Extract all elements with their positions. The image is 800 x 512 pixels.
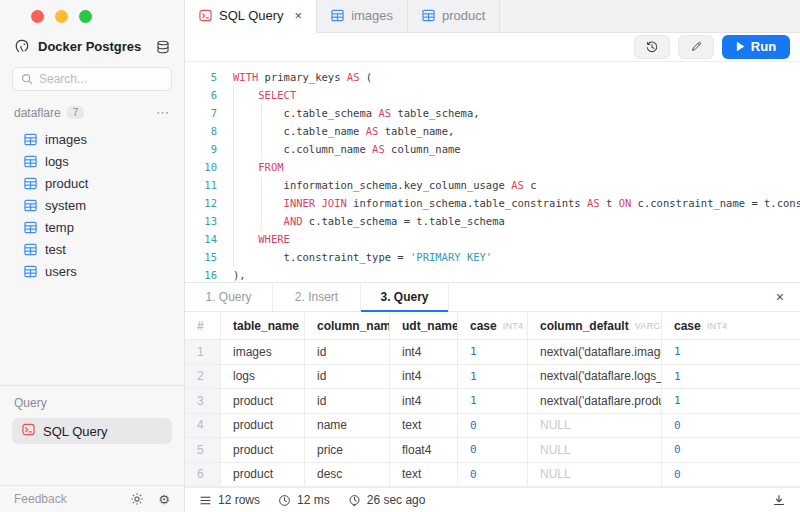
tab-label: images: [351, 8, 393, 23]
run-button[interactable]: Run: [722, 35, 790, 59]
column-header-column_default[interactable]: column_defaultVARCHAR: [528, 312, 662, 339]
table-icon: [24, 177, 37, 190]
table-cell: product: [221, 389, 305, 413]
table-row[interactable]: 1imagesidint41nextval('dataflare.images_…: [185, 340, 800, 365]
tab-images[interactable]: images: [317, 0, 408, 32]
settings-gear-icon[interactable]: ⚙: [158, 493, 170, 506]
table-cell: name: [305, 414, 390, 438]
column-header-case[interactable]: caseINT4: [662, 312, 800, 339]
code-line: 5WITH primary_keys AS (: [185, 68, 800, 86]
table-cell: float4: [390, 438, 458, 462]
code-line: 14 WHERE: [185, 230, 800, 248]
search-field[interactable]: [39, 72, 163, 86]
table-cell: product: [221, 463, 305, 487]
code-line: 8 c.table_name AS table_name,: [185, 122, 800, 140]
sql-editor[interactable]: 5WITH primary_keys AS (6 SELECT7 c.table…: [185, 62, 800, 282]
table-cell: nextval('dataflare.product_id_...: [528, 389, 662, 413]
database-icon[interactable]: [156, 40, 170, 54]
results-tab-1[interactable]: 1. Query: [185, 283, 273, 311]
sidebar-item-temp[interactable]: temp: [0, 216, 184, 238]
play-icon: [736, 41, 745, 52]
history-button[interactable]: [634, 35, 670, 59]
line-number: 8: [185, 122, 217, 140]
table-cell: 0: [662, 463, 800, 487]
table-cell: nextval('dataflare.images_id_s...: [528, 340, 662, 364]
schema-more-button[interactable]: ⋯: [156, 105, 170, 120]
search-icon: [21, 73, 33, 85]
run-button-label: Run: [751, 39, 776, 54]
table-icon: [24, 133, 37, 146]
table-cell: int4: [390, 389, 458, 413]
table-row[interactable]: 3productidint41nextval('dataflare.produc…: [185, 389, 800, 414]
results-tab-3[interactable]: 3. Query: [361, 283, 449, 311]
results-table: #table_name...column_name...udt_name...c…: [185, 312, 800, 487]
close-tab-icon[interactable]: ×: [295, 8, 303, 23]
sidebar-item-logs[interactable]: logs: [0, 150, 184, 172]
results-tab-bar: 1. Query2. Insert3. Query×: [185, 283, 800, 312]
query-section-label: Query: [12, 396, 172, 418]
table-cell: text: [390, 463, 458, 487]
table-cell: 0: [662, 414, 800, 438]
tab-label: product: [442, 8, 485, 23]
column-header-case[interactable]: caseINT4: [458, 312, 528, 339]
sidebar-item-product[interactable]: product: [0, 172, 184, 194]
tables-list: imageslogsproductsystemtemptestusers: [0, 124, 184, 282]
sidebar-item-images[interactable]: images: [0, 128, 184, 150]
code-line: 11 information_schema.key_column_usage A…: [185, 176, 800, 194]
table-cell: price: [305, 438, 390, 462]
table-cell: 0: [662, 438, 800, 462]
table-item-label: test: [45, 242, 66, 257]
table-row[interactable]: 2logsidint41nextval('dataflare.logs_id_s…: [185, 365, 800, 390]
column-header-table_name[interactable]: table_name...: [221, 312, 305, 339]
tab-sql-query[interactable]: SQL Query×: [185, 0, 317, 33]
line-number: 6: [185, 86, 217, 104]
tab-product[interactable]: product: [408, 0, 500, 32]
results-header-row: #table_name...column_name...udt_name...c…: [185, 312, 800, 340]
feedback-link[interactable]: Feedback: [14, 492, 116, 506]
table-cell: logs: [221, 365, 305, 389]
code-line: 16),: [185, 266, 800, 282]
sql-query-icon: [22, 423, 35, 436]
line-number: 7: [185, 104, 217, 122]
table-cell: 1: [662, 389, 800, 413]
window-controls: [0, 0, 184, 28]
table-cell: int4: [390, 340, 458, 364]
table-row[interactable]: 5productpricefloat40NULL0: [185, 438, 800, 463]
close-window-button[interactable]: [31, 10, 44, 23]
app-window: Docker Postgres dataflare 7 ⋯ imageslogs…: [0, 0, 800, 512]
column-header-column_name[interactable]: column_name...: [305, 312, 390, 339]
table-row[interactable]: 6productdesctext0NULL0: [185, 463, 800, 488]
indent-guide: [233, 86, 234, 266]
sidebar-item-system[interactable]: system: [0, 194, 184, 216]
line-number: 10: [185, 158, 217, 176]
results-tab-2[interactable]: 2. Insert: [273, 283, 361, 311]
table-cell: 1: [662, 365, 800, 389]
format-button[interactable]: [678, 35, 714, 59]
sidebar-item-sql-query[interactable]: SQL Query: [12, 418, 172, 444]
export-download-button[interactable]: [772, 493, 786, 507]
sidebar: Docker Postgres dataflare 7 ⋯ imageslogs…: [0, 0, 185, 512]
table-row[interactable]: 4productnametext0NULL0: [185, 414, 800, 439]
clock-icon: [278, 494, 291, 507]
column-type-label: INT4: [707, 321, 728, 331]
sidebar-item-users[interactable]: users: [0, 260, 184, 282]
fullscreen-window-button[interactable]: [79, 10, 92, 23]
tab-label: SQL Query: [219, 8, 284, 23]
connection-name: Docker Postgres: [38, 39, 149, 54]
minimize-window-button[interactable]: [55, 10, 68, 23]
table-cell: NULL: [528, 463, 662, 487]
code-line: 15 t.constraint_type = 'PRIMARY KEY': [185, 248, 800, 266]
close-results-button[interactable]: ×: [760, 283, 800, 311]
row-index-cell: 1: [185, 340, 221, 364]
theme-toggle-icon[interactable]: [130, 492, 144, 506]
table-item-label: logs: [45, 154, 69, 169]
code-line: 12 INNER JOIN information_schema.table_c…: [185, 194, 800, 212]
line-number: 12: [185, 194, 217, 212]
column-header-udt_name[interactable]: udt_name...: [390, 312, 458, 339]
sidebar-item-test[interactable]: test: [0, 238, 184, 260]
duration-status: 12 ms: [278, 493, 330, 507]
column-header-index[interactable]: #: [185, 312, 221, 339]
table-cell: nextval('dataflare.logs_id_seq'...: [528, 365, 662, 389]
row-index-cell: 3: [185, 389, 221, 413]
search-input[interactable]: [12, 67, 172, 91]
